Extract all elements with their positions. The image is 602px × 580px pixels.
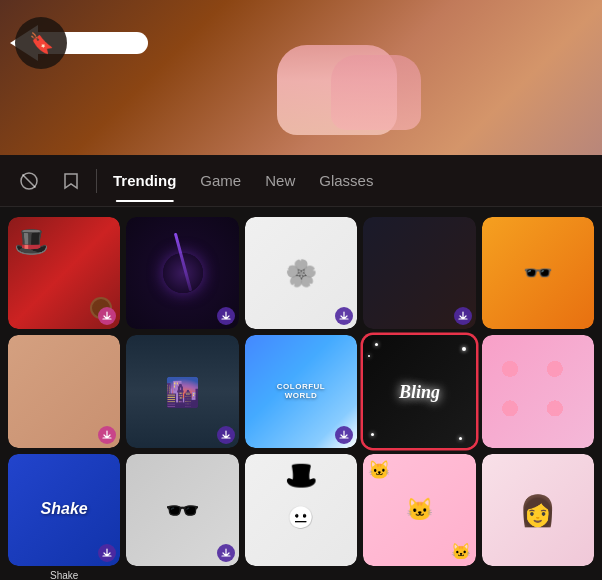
download-badge-dark — [454, 307, 472, 325]
filter-thumb-glasses — [482, 217, 594, 329]
filter-thumb-pink-cats — [482, 335, 594, 447]
filter-row-3: Shake 🐱 🐱 � — [8, 454, 594, 566]
filter-thumb-portrait — [482, 454, 594, 566]
filter-item-pink-sticker[interactable]: 🐱 🐱 🐱 — [363, 454, 475, 566]
bookmark-button[interactable]: 🔖 — [15, 17, 67, 69]
tab-new[interactable]: New — [255, 166, 305, 195]
filter-item-city[interactable] — [126, 335, 238, 447]
download-badge-sunglasses — [217, 544, 235, 562]
filter-row-2: COLORFUL WORLD Bling — [8, 335, 594, 447]
back-button-area: 🔖 — [15, 25, 148, 61]
filter-item-face[interactable] — [8, 335, 120, 447]
filter-item-pink-cats[interactable] — [482, 335, 594, 447]
bling-label: Bling — [399, 381, 440, 402]
tab-divider — [96, 169, 97, 193]
filter-row-3-container: Shake 🐱 🐱 � — [8, 454, 594, 580]
download-badge-city — [217, 426, 235, 444]
colorful-world-label: COLORFUL WORLD — [277, 382, 325, 401]
tab-glasses[interactable]: Glasses — [309, 166, 383, 195]
filter-item-glasses[interactable] — [482, 217, 594, 329]
svg-line-1 — [23, 174, 36, 187]
tab-trending[interactable]: Trending — [103, 166, 186, 195]
filter-item-shake[interactable]: Shake — [8, 454, 120, 566]
filter-thumb-bling: Bling — [363, 335, 475, 447]
saved-filter-button[interactable] — [52, 162, 90, 200]
filter-bar: Trending Game New Glasses — [0, 155, 602, 207]
filter-grid-container: COLORFUL WORLD Bling — [0, 207, 602, 580]
label-chaplin — [245, 570, 357, 580]
filter-thumb-pink-sticker: 🐱 🐱 🐱 — [363, 454, 475, 566]
bookmark-icon: 🔖 — [29, 33, 54, 53]
filter-item-dark[interactable] — [363, 217, 475, 329]
filter-item-portrait[interactable] — [482, 454, 594, 566]
download-badge-colorful — [335, 426, 353, 444]
row-3-labels: Shake — [8, 570, 594, 580]
label-shake: Shake — [8, 570, 120, 580]
filter-item-laser[interactable] — [126, 217, 238, 329]
filter-item-bling[interactable]: Bling — [363, 335, 475, 447]
filter-row-1 — [8, 217, 594, 329]
tab-game[interactable]: Game — [190, 166, 251, 195]
filter-thumb-chaplin — [245, 454, 357, 566]
camera-preview: 🔖 — [0, 0, 602, 155]
filter-item-chaplin[interactable] — [245, 454, 357, 566]
filter-item-flower[interactable] — [245, 217, 357, 329]
filter-item-hat[interactable] — [8, 217, 120, 329]
no-filter-button[interactable] — [10, 162, 48, 200]
filter-item-colorful-world[interactable]: COLORFUL WORLD — [245, 335, 357, 447]
shake-label: Shake — [41, 500, 88, 518]
label-pink-sticker — [363, 570, 475, 580]
label-sunglasses — [126, 570, 238, 580]
label-portrait — [482, 570, 594, 580]
filter-item-sunglasses[interactable] — [126, 454, 238, 566]
